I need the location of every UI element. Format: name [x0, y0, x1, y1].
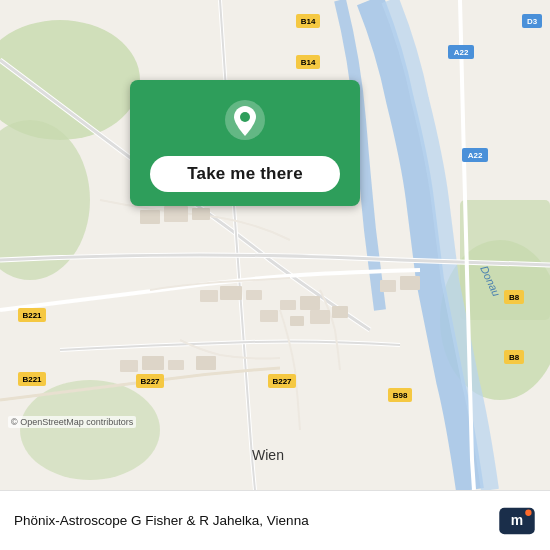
svg-rect-50 [142, 356, 164, 370]
svg-rect-36 [164, 206, 188, 222]
svg-text:B14: B14 [301, 58, 316, 67]
svg-text:B98: B98 [393, 391, 408, 400]
svg-text:B221: B221 [22, 311, 42, 320]
svg-text:A22: A22 [454, 48, 469, 57]
svg-rect-52 [196, 356, 216, 370]
bottom-bar: Phönix-Astroscope G Fisher & R Jahelka, … [0, 490, 550, 550]
svg-rect-44 [200, 290, 218, 302]
svg-rect-43 [332, 306, 348, 318]
svg-rect-46 [246, 290, 262, 300]
svg-text:m: m [511, 512, 523, 528]
svg-rect-47 [380, 280, 396, 292]
place-name: Phönix-Astroscope G Fisher & R Jahelka, … [14, 512, 498, 530]
svg-point-57 [525, 509, 531, 515]
take-me-there-button[interactable]: Take me there [150, 156, 340, 192]
svg-rect-35 [140, 210, 160, 224]
svg-rect-39 [300, 296, 320, 310]
svg-rect-38 [280, 300, 296, 310]
svg-rect-40 [260, 310, 278, 322]
moovit-logo: m [498, 506, 536, 536]
svg-rect-42 [310, 310, 330, 324]
svg-rect-49 [120, 360, 138, 372]
osm-credit: © OpenStreetMap contributors [8, 416, 136, 428]
svg-rect-48 [400, 276, 420, 290]
svg-text:A22: A22 [468, 151, 483, 160]
cta-overlay[interactable]: Take me there [130, 80, 360, 206]
svg-text:D3: D3 [527, 17, 538, 26]
location-pin-icon [223, 98, 267, 142]
svg-text:B221: B221 [22, 375, 42, 384]
svg-rect-51 [168, 360, 184, 370]
svg-text:B227: B227 [272, 377, 292, 386]
moovit-icon: m [498, 506, 536, 536]
svg-rect-37 [192, 208, 210, 220]
svg-text:B14: B14 [301, 17, 316, 26]
svg-text:B8: B8 [509, 293, 520, 302]
svg-point-54 [240, 112, 250, 122]
svg-text:Wien: Wien [252, 447, 284, 463]
svg-text:B227: B227 [140, 377, 160, 386]
map-container: B14 B14 A22 A22 D3 B8 B8 B221 B221 B227 … [0, 0, 550, 490]
svg-text:B8: B8 [509, 353, 520, 362]
svg-rect-41 [290, 316, 304, 326]
svg-rect-45 [220, 286, 242, 300]
